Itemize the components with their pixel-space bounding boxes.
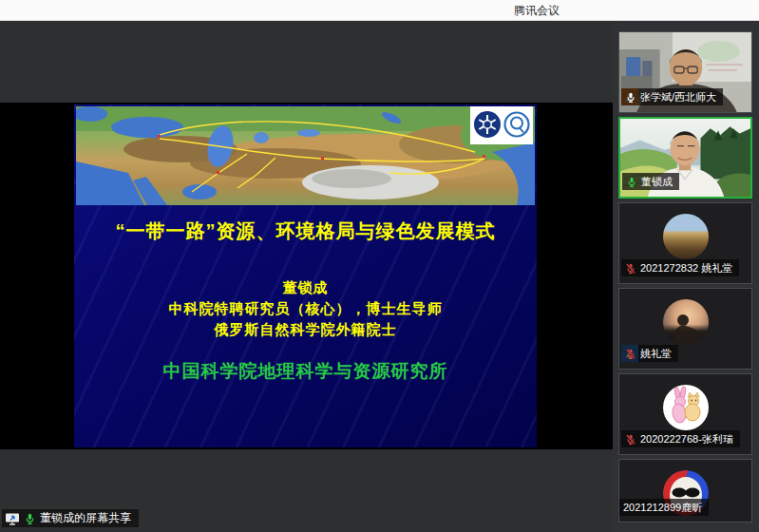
screen-share-icon	[5, 512, 20, 525]
window-titlebar: 腾讯会议	[0, 0, 759, 21]
participant-tile-yaolitang-2[interactable]: 姚礼堂	[618, 288, 752, 370]
participant-name: 董锁成	[641, 175, 673, 189]
participant-tile-zhangxuebin[interactable]: 张学斌/西北师大	[618, 31, 752, 113]
participant-label: 董锁成	[622, 173, 679, 190]
participant-label: 姚礼堂	[621, 345, 678, 362]
participants-sidebar: 张学斌/西北师大 董锁成	[613, 21, 759, 532]
participant-name: 2021272832 姚礼堂	[640, 261, 732, 276]
igsnrr-logo-icon	[505, 113, 529, 137]
participant-avatar-desert	[663, 214, 709, 259]
participant-name: 姚礼堂	[640, 347, 672, 361]
presenter-title-2: 俄罗斯自然科学院外籍院士	[74, 319, 537, 340]
presenter-name: 董锁成	[74, 277, 537, 298]
slide-institution: 中国科学院地理科学与资源研究所	[74, 359, 537, 384]
shared-screen-frame: “一带一路”资源、环境格局与绿色发展模式 董锁成 中科院特聘研究员（核心），博士…	[0, 103, 613, 449]
mic-muted-icon	[625, 348, 636, 360]
presenter-title-1: 中科院特聘研究员（核心），博士生导师	[74, 298, 537, 319]
presenter-mic-on-icon	[24, 512, 36, 525]
slide-presenter-block: 董锁成 中科院特聘研究员（核心），博士生导师 俄罗斯自然科学院外籍院士	[74, 277, 537, 340]
shared-screen-area: “一带一路”资源、环境格局与绿色发展模式 董锁成 中科院特聘研究员（核心），博士…	[0, 21, 613, 532]
cas-logo-icon	[474, 111, 501, 138]
belt-road-map-image	[76, 106, 535, 205]
screen-share-status: 董锁成的屏幕共享	[2, 509, 139, 527]
participant-tile-yaolitang-1[interactable]: 2021272832 姚礼堂	[618, 202, 752, 284]
participant-label: 2021212899鹿昕	[619, 499, 709, 516]
participant-label: 2021272832 姚礼堂	[621, 259, 739, 276]
slide-title: “一带一路”资源、环境格局与绿色发展模式	[74, 218, 537, 244]
participant-avatar-bunny-cat	[663, 385, 709, 430]
participant-label: 张学斌/西北师大	[621, 88, 723, 105]
participant-tile-dongsuocheng[interactable]: 董锁成	[618, 117, 752, 199]
mic-muted-icon	[625, 433, 636, 446]
mic-on-icon	[625, 91, 636, 104]
presentation-slide: “一带一路”资源、环境格局与绿色发展模式 董锁成 中科院特聘研究员（核心），博士…	[74, 104, 537, 447]
participant-name: 2021212899鹿昕	[623, 501, 702, 515]
mic-muted-icon	[625, 262, 636, 275]
participant-name: 2020222768-张利瑞	[640, 432, 733, 446]
slide-logos	[470, 106, 533, 144]
mic-speaking-icon	[626, 176, 637, 188]
participant-avatar-sunset	[663, 299, 709, 345]
app-title: 腾讯会议	[475, 3, 598, 19]
screen-share-status-text: 董锁成的屏幕共享	[40, 510, 131, 526]
participant-tile-zhanglirui[interactable]: 2020222768-张利瑞	[618, 373, 752, 455]
participant-tile-luxin[interactable]: 2021212899鹿昕	[618, 459, 752, 522]
participant-label: 2020222768-张利瑞	[621, 430, 740, 447]
participant-name: 张学斌/西北师大	[640, 90, 716, 104]
